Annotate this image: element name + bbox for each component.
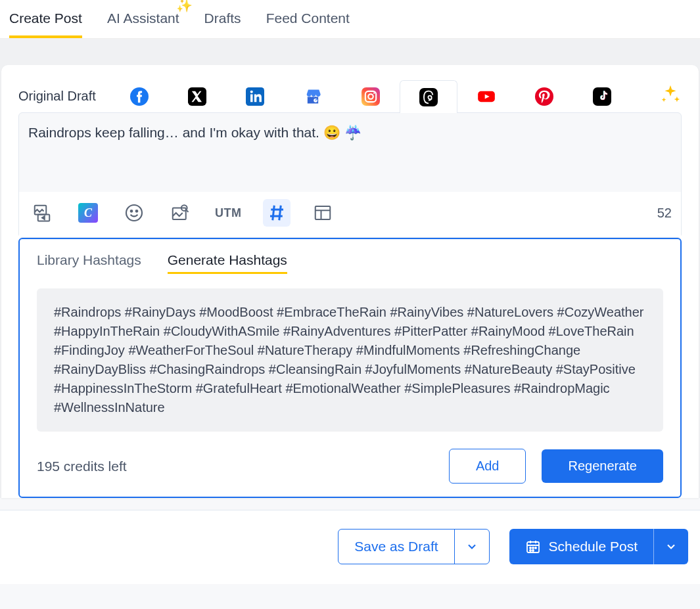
facebook-icon bbox=[130, 87, 149, 106]
tab-ai-assistant-label: AI Assistant bbox=[107, 11, 179, 26]
channel-facebook[interactable] bbox=[110, 79, 168, 112]
post-editor[interactable]: Raindrops keep falling… and I'm okay wit… bbox=[18, 112, 682, 238]
tiktok-icon bbox=[593, 87, 611, 106]
channel-instagram[interactable] bbox=[342, 79, 400, 112]
channel-tiktok[interactable] bbox=[573, 79, 631, 112]
template-button[interactable] bbox=[309, 199, 337, 227]
add-hashtags-button[interactable]: Add bbox=[449, 449, 526, 484]
svg-point-15 bbox=[131, 210, 133, 212]
tab-ai-assistant[interactable]: AI Assistant ✨ bbox=[107, 0, 179, 38]
channel-youtube[interactable] bbox=[457, 79, 515, 112]
svg-point-23 bbox=[535, 547, 536, 549]
x-icon bbox=[188, 87, 206, 106]
chevron-down-icon bbox=[665, 540, 678, 553]
sparkle-icon: ✨ bbox=[176, 0, 193, 13]
instagram-icon bbox=[362, 87, 380, 106]
utm-button[interactable]: UTM bbox=[212, 199, 245, 227]
action-bar: Save as Draft Schedule Post bbox=[0, 510, 700, 584]
ai-enhance-button[interactable] bbox=[659, 83, 682, 108]
schedule-post-button[interactable]: Schedule Post bbox=[509, 529, 653, 564]
editor-toolbar: C UTM 52 bbox=[19, 192, 681, 237]
emoji-button[interactable] bbox=[120, 199, 148, 227]
tab-create-post[interactable]: Create Post bbox=[9, 0, 82, 38]
svg-rect-19 bbox=[315, 206, 330, 219]
chevron-down-icon bbox=[465, 540, 478, 553]
calendar-icon bbox=[525, 539, 541, 554]
channel-pinterest[interactable] bbox=[515, 79, 573, 112]
hashtag-button[interactable] bbox=[263, 199, 291, 227]
emoji-icon bbox=[124, 202, 145, 223]
original-draft-label: Original Draft bbox=[18, 89, 96, 104]
youtube-icon bbox=[477, 87, 496, 106]
template-icon bbox=[313, 203, 333, 223]
channel-google-business[interactable] bbox=[284, 79, 342, 112]
main-nav-tabs: Create Post AI Assistant ✨ Drafts Feed C… bbox=[0, 0, 700, 39]
schedule-post-split-button: Schedule Post bbox=[509, 529, 688, 564]
schedule-post-dropdown[interactable] bbox=[653, 529, 688, 564]
schedule-post-label: Schedule Post bbox=[549, 539, 638, 554]
image-search-icon bbox=[170, 203, 190, 223]
tab-generate-hashtags[interactable]: Generate Hashtags bbox=[168, 252, 287, 274]
save-as-draft-button[interactable]: Save as Draft bbox=[338, 530, 454, 564]
regenerate-button[interactable]: Regenerate bbox=[542, 449, 663, 483]
credits-remaining: 195 credits left bbox=[37, 459, 433, 474]
tab-feed-content[interactable]: Feed Content bbox=[266, 0, 350, 38]
svg-point-16 bbox=[136, 210, 138, 212]
media-icon bbox=[32, 203, 52, 223]
linkedin-icon bbox=[246, 87, 264, 106]
svg-point-14 bbox=[126, 205, 142, 221]
media-button[interactable] bbox=[28, 199, 56, 227]
hashtag-panel: Library Hashtags Generate Hashtags #Rain… bbox=[18, 238, 682, 498]
sparkle-icon bbox=[659, 83, 682, 106]
svg-point-22 bbox=[532, 547, 534, 549]
save-as-draft-split-button: Save as Draft bbox=[338, 529, 489, 564]
character-count: 52 bbox=[657, 206, 672, 221]
svg-rect-4 bbox=[362, 87, 380, 106]
pinterest-icon bbox=[535, 87, 553, 106]
save-as-draft-dropdown[interactable] bbox=[454, 530, 489, 564]
tab-drafts[interactable]: Drafts bbox=[204, 0, 241, 38]
post-text-content[interactable]: Raindrops keep falling… and I'm okay wit… bbox=[19, 113, 681, 192]
tab-library-hashtags[interactable]: Library Hashtags bbox=[37, 252, 141, 274]
svg-point-24 bbox=[530, 550, 531, 551]
svg-point-3 bbox=[314, 98, 317, 102]
canva-button[interactable]: C bbox=[74, 199, 102, 227]
google-business-icon bbox=[304, 87, 322, 106]
hashtag-icon bbox=[267, 203, 287, 223]
image-search-button[interactable] bbox=[166, 199, 194, 227]
threads-icon bbox=[419, 88, 438, 106]
save-as-draft-label: Save as Draft bbox=[354, 539, 438, 554]
generated-hashtags-text[interactable]: #Raindrops #RainyDays #MoodBoost #Embrac… bbox=[37, 288, 663, 432]
channel-linkedin[interactable] bbox=[226, 79, 284, 112]
channel-threads[interactable] bbox=[400, 80, 457, 113]
channel-x[interactable] bbox=[168, 79, 226, 112]
svg-point-7 bbox=[373, 92, 375, 93]
canva-icon: C bbox=[78, 203, 98, 223]
svg-point-21 bbox=[530, 547, 531, 549]
svg-point-25 bbox=[532, 550, 534, 551]
